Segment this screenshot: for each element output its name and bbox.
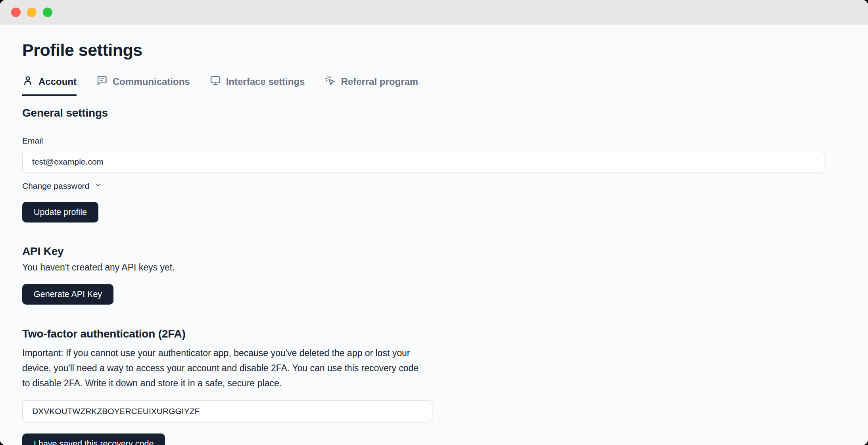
two-factor-section: Two-factor authentication (2FA) Importan…: [22, 328, 824, 445]
tab-label: Account: [38, 76, 77, 87]
api-key-empty-text: You haven't created any API keys yet.: [22, 262, 824, 273]
monitor-icon: [210, 75, 221, 88]
tab-communications[interactable]: Communications: [96, 75, 190, 96]
recovery-code-saved-button[interactable]: I have saved this recovery code: [22, 433, 165, 445]
two-factor-heading: Two-factor authentication (2FA): [22, 328, 824, 340]
minimize-button[interactable]: [27, 8, 36, 17]
tab-interface-settings[interactable]: Interface settings: [210, 75, 305, 96]
two-factor-description: Important: If you cannot use your authen…: [22, 345, 425, 391]
change-password-toggle[interactable]: Change password: [22, 181, 102, 191]
email-input[interactable]: [22, 151, 824, 173]
page-title: Profile settings: [22, 40, 824, 60]
generate-api-key-button[interactable]: Generate API Key: [22, 284, 113, 305]
tab-label: Communications: [113, 76, 190, 87]
zoom-button[interactable]: [43, 8, 52, 17]
tab-account[interactable]: Account: [22, 75, 77, 96]
window-titlebar: [0, 0, 868, 25]
app-window: Profile settings Account Communications …: [0, 0, 868, 445]
change-password-label: Change password: [22, 181, 89, 191]
tab-bar: Account Communications Interface setting…: [22, 75, 824, 96]
update-profile-button[interactable]: Update profile: [22, 202, 98, 222]
traffic-lights: [11, 8, 52, 17]
general-settings-heading: General settings: [22, 107, 824, 119]
chat-bubble-icon: [96, 75, 108, 88]
tab-label: Referral program: [341, 76, 418, 87]
tab-label: Interface settings: [226, 76, 305, 87]
api-key-heading: API Key: [22, 245, 824, 258]
api-key-section: API Key You haven't created any API keys…: [22, 245, 824, 305]
page-content: Profile settings Account Communications …: [0, 25, 868, 445]
general-settings-section: General settings Email Change password U…: [22, 107, 824, 222]
pointer-click-icon: [325, 75, 336, 88]
tab-referral-program[interactable]: Referral program: [325, 75, 418, 96]
email-label: Email: [22, 136, 824, 146]
recovery-code-input[interactable]: [22, 400, 432, 422]
user-icon: [22, 75, 33, 88]
chevron-down-icon: [94, 181, 102, 191]
section-divider: [22, 319, 824, 319]
close-button[interactable]: [11, 8, 21, 17]
section-divider: [22, 234, 824, 234]
